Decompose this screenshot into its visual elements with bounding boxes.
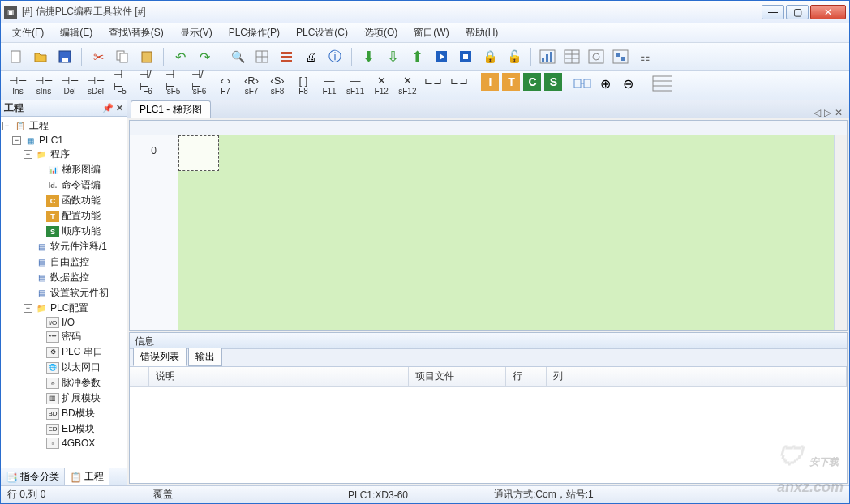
ladder-editor[interactable]: 0 — [129, 120, 848, 331]
ladder-tool-sIns[interactable]: ⊣⊢sIns — [32, 73, 56, 96]
redo-button[interactable]: ↷ — [194, 46, 215, 67]
unlock-button[interactable]: 🔓 — [504, 46, 525, 67]
ladder-tool-sF12[interactable]: ✕sF12 — [395, 73, 419, 96]
ladder-tool-sF7[interactable]: ‹R›sF7 — [239, 73, 264, 96]
ladder-grid[interactable] — [178, 135, 834, 330]
letter-T[interactable]: T — [502, 73, 520, 91]
tab-project[interactable]: 📋工程 — [65, 468, 109, 485]
tab-next-icon[interactable]: ▷ — [824, 107, 831, 118]
save-button[interactable] — [54, 46, 75, 67]
tree-plc[interactable]: PLC1 — [39, 135, 63, 146]
tree-item[interactable]: ld.命令语编 — [1, 177, 127, 193]
find-button[interactable]: 🔍 — [227, 46, 248, 67]
tree-item[interactable]: ⏛脉冲参数 — [1, 375, 127, 391]
ladder-tool-Ins[interactable]: ⊣⊢Ins — [6, 73, 30, 96]
minimize-button[interactable]: — — [762, 5, 784, 19]
letter-S[interactable]: S — [544, 73, 562, 91]
tree-item[interactable]: BDBD模块 — [1, 406, 127, 421]
tree-item[interactable]: ▥扩展模块 — [1, 391, 127, 406]
extra-2[interactable]: ⊏⊐ — [447, 73, 471, 88]
tree-item[interactable]: C函数功能 — [1, 193, 127, 208]
scrollbar[interactable] — [834, 135, 847, 330]
download-button[interactable]: ⬇ — [358, 46, 379, 67]
module-button[interactable] — [610, 46, 631, 67]
ladder-tool-sF11[interactable]: —sF11 — [343, 73, 367, 96]
project-tree[interactable]: −📋工程 −▦PLC1 −📁程序 📊梯形图编ld.命令语编C函数功能T配置功能S… — [1, 117, 127, 468]
tree-program[interactable]: 程序 — [50, 147, 70, 161]
collapse-icon[interactable]: − — [2, 122, 11, 130]
col-col[interactable]: 列 — [547, 367, 847, 386]
tab-output[interactable]: 输出 — [188, 348, 222, 366]
tree-item[interactable]: ***密码 — [1, 329, 127, 344]
table-button[interactable] — [561, 46, 582, 67]
col-desc[interactable]: 说明 — [149, 367, 409, 386]
tab-errors[interactable]: 错误列表 — [133, 348, 187, 366]
rungs-button[interactable] — [651, 73, 672, 94]
menu-find[interactable]: 查找\替换(S) — [102, 24, 170, 41]
run-button[interactable] — [431, 46, 452, 67]
stop-button[interactable] — [455, 46, 476, 67]
collapse-icon[interactable]: − — [24, 304, 32, 313]
tree-item[interactable]: ▫4GBOX — [1, 437, 127, 450]
col-row[interactable]: 行 — [506, 367, 547, 386]
print-button[interactable]: 🖨 — [300, 46, 321, 67]
menu-edit[interactable]: 编辑(E) — [54, 24, 99, 41]
menu-plc-set[interactable]: PLC设置(C) — [290, 24, 354, 41]
tree-item[interactable]: 🌐以太网口 — [1, 360, 127, 375]
ladder-tool-sDel[interactable]: ⊣⊢sDel — [84, 73, 108, 96]
pin-icon[interactable]: 📌 ✕ — [102, 103, 123, 113]
close-button[interactable]: ✕ — [810, 5, 846, 19]
menu-window[interactable]: 窗口(W) — [407, 24, 455, 41]
ladder-tool-sF8[interactable]: ‹S›sF8 — [265, 73, 290, 96]
ladder-tool-F7[interactable]: ‹ ›F7 — [213, 73, 238, 96]
ladder-tool-F12[interactable]: ✕F12 — [369, 73, 393, 96]
tree-plc-config[interactable]: PLC配置 — [50, 301, 88, 315]
tab-prev-icon[interactable]: ◁ — [814, 107, 821, 118]
grid-button[interactable] — [251, 46, 273, 67]
ladder-tool-F8[interactable]: [ ]F8 — [291, 73, 316, 96]
copy-button[interactable] — [112, 46, 133, 67]
ladder-tool-F6[interactable]: ⊣/⊢F6 — [135, 73, 160, 96]
collapse-icon[interactable]: − — [24, 150, 32, 159]
tree-item[interactable]: ⚙PLC 串口 — [1, 344, 127, 360]
tree-item[interactable]: EDED模块 — [1, 421, 127, 437]
ladder-tool-sF5[interactable]: ⊣ ⊢sF5 — [161, 73, 186, 96]
menu-view[interactable]: 显示(V) — [174, 24, 219, 41]
ladder-tool-Del[interactable]: ⊣⊢Del — [58, 73, 82, 96]
fit-button[interactable] — [572, 73, 593, 94]
download2-button[interactable]: ⇩ — [382, 46, 403, 67]
tree-item[interactable]: ▤软元件注释/1 — [1, 239, 127, 254]
zoom-in-button[interactable]: ⊕ — [595, 73, 616, 94]
ladder-tool-F11[interactable]: —F11 — [317, 73, 341, 96]
connect-button[interactable]: ⚏ — [634, 46, 655, 67]
col-file[interactable]: 项目文件 — [409, 367, 506, 386]
lock-button[interactable]: 🔒 — [479, 46, 500, 67]
letter-I[interactable]: I — [481, 73, 499, 91]
ladder-tool-F5[interactable]: ⊣ ⊢F5 — [109, 73, 134, 96]
zoom-out-button[interactable]: ⊖ — [617, 73, 638, 94]
open-button[interactable] — [30, 46, 51, 67]
list-button[interactable] — [276, 46, 297, 67]
tree-item[interactable]: 📊梯形图编 — [1, 162, 127, 177]
tab-close-icon[interactable]: ✕ — [835, 107, 843, 118]
error-table[interactable]: 说明 项目文件 行 列 — [130, 367, 847, 483]
letter-C[interactable]: C — [523, 73, 541, 91]
tree-item[interactable]: I/OI/O — [1, 316, 127, 329]
ladder-tool-sF6[interactable]: ⊣/⊢sF6 — [187, 73, 212, 96]
maximize-button[interactable]: ▢ — [786, 5, 809, 19]
menu-plc-op[interactable]: PLC操作(P) — [222, 24, 286, 41]
tree-item[interactable]: ▤数据监控 — [1, 270, 127, 285]
tree-item[interactable]: ▤设置软元件初 — [1, 285, 127, 301]
tree-item[interactable]: S顺序功能 — [1, 224, 127, 239]
new-button[interactable] — [6, 46, 27, 67]
extra-1[interactable]: ⊏⊐ — [421, 73, 445, 88]
zoom-button[interactable] — [586, 46, 607, 67]
chart-button[interactable] — [537, 46, 558, 67]
paste-button[interactable] — [136, 46, 157, 67]
tree-item[interactable]: T配置功能 — [1, 208, 127, 224]
collapse-icon[interactable]: − — [12, 136, 21, 145]
tab-ladder[interactable]: PLC1 - 梯形图 — [131, 100, 211, 118]
undo-button[interactable]: ↶ — [170, 46, 191, 67]
tree-root[interactable]: 工程 — [29, 119, 49, 133]
cut-button[interactable]: ✂ — [88, 46, 109, 67]
